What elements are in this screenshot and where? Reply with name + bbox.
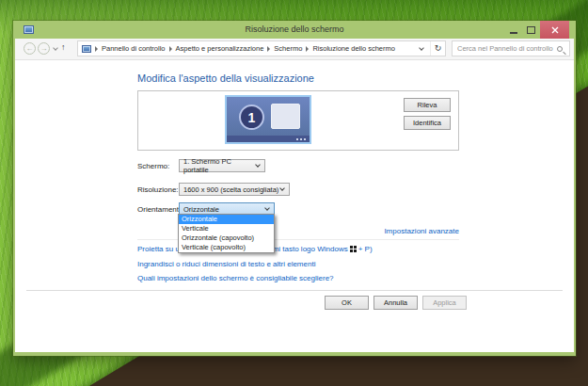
address-toolbar: ← → ↑ Pannello di controllo Aspetto e pe… (15, 39, 574, 60)
breadcrumb-separator-icon (95, 46, 98, 52)
screen-label: Schermo: (137, 162, 169, 170)
monitor-bottom-bar (227, 136, 310, 142)
refresh-button[interactable]: ↻ (430, 41, 445, 56)
minimize-button[interactable] (506, 21, 521, 39)
orientation-option-landscape[interactable]: Orizzontale (179, 215, 274, 224)
breadcrumb-separator-icon (267, 46, 270, 52)
breadcrumb-separator-icon (169, 46, 172, 52)
orientation-dropdown: Orizzontale Verticale Orizzontale (capov… (178, 214, 275, 253)
chevron-down-icon (255, 162, 261, 168)
close-button[interactable] (540, 21, 569, 39)
orientation-select-value: Orizzontale (183, 205, 219, 214)
orientation-option-landscape-flipped[interactable]: Orizzontale (capovolto) (179, 233, 274, 243)
forward-button[interactable]: → (38, 42, 50, 55)
chevron-down-icon (279, 185, 285, 191)
desktop-wallpaper: Risoluzione dello schermo ← → ↑ Pannello… (0, 0, 588, 386)
content-area: Modifica l'aspetto della visualizzazione… (15, 60, 574, 352)
monitor-preview[interactable]: 1 (225, 95, 311, 144)
breadcrumb[interactable]: Pannello di controllo Aspetto e personal… (77, 40, 446, 56)
breadcrumb-separator-icon (306, 46, 309, 52)
chevron-down-icon (264, 205, 270, 211)
search-box (452, 40, 570, 56)
back-button[interactable]: ← (24, 42, 36, 55)
refresh-icon: ↻ (435, 43, 442, 53)
project-link-shortcut: + P) (358, 245, 373, 253)
breadcrumb-item-display[interactable]: Schermo (274, 44, 302, 53)
breadcrumb-item-resolution[interactable]: Risoluzione dello schermo (312, 44, 395, 53)
up-button[interactable]: ↑ (61, 42, 66, 52)
monitor-dots-icon (304, 138, 306, 140)
recent-pages-icon[interactable] (53, 45, 58, 51)
screen-select[interactable]: 1. Schermo PC portatile (179, 159, 265, 172)
search-icon[interactable] (557, 46, 563, 52)
breadcrumb-item-appearance[interactable]: Aspetto e personalizzazione (176, 44, 264, 53)
identify-button[interactable]: Identifica (404, 116, 451, 130)
windows-logo-icon (350, 246, 357, 252)
resize-text-link[interactable]: Ingrandisci o riduci dimensioni di testo… (137, 260, 315, 268)
minimize-icon (510, 32, 517, 34)
ok-button[interactable]: OK (325, 296, 369, 310)
forward-icon: → (40, 44, 48, 53)
control-panel-icon (82, 45, 91, 53)
up-icon: ↑ (61, 42, 66, 52)
page-title: Modifica l'aspetto della visualizzazione (137, 72, 314, 84)
screen-resolution-window: Risoluzione dello schermo ← → ↑ Pannello… (13, 21, 576, 356)
resolution-label: Risoluzione: (137, 185, 179, 194)
which-settings-link[interactable]: Quali impostazioni dello schermo è consi… (137, 274, 334, 282)
maximize-button[interactable] (523, 21, 538, 39)
window-title: Risoluzione dello schermo (13, 21, 576, 39)
close-icon (551, 26, 559, 34)
detect-button[interactable]: Rileva (404, 98, 451, 112)
breadcrumb-item-control-panel[interactable]: Pannello di controllo (102, 44, 166, 53)
display-preview-panel: 1 Rileva Identifica (137, 90, 459, 151)
screen-select-value: 1. Schermo PC portatile (183, 157, 256, 174)
monitor-number-badge: 1 (239, 105, 264, 130)
resolution-select[interactable]: 1600 x 900 (scelta consigliata) (179, 183, 290, 196)
resolution-select-value: 1600 x 900 (scelta consigliata) (183, 185, 278, 194)
orientation-option-portrait-flipped[interactable]: Verticale (capovolto) (179, 243, 274, 252)
resolution-grid-icon (271, 104, 300, 129)
apply-button[interactable]: Applica (422, 296, 467, 310)
address-dropdown-icon[interactable] (419, 45, 424, 51)
footer-divider (26, 290, 563, 291)
back-icon: ← (26, 44, 34, 53)
titlebar[interactable]: Risoluzione dello schermo (13, 21, 576, 39)
maximize-icon (527, 26, 535, 34)
search-input[interactable] (453, 44, 557, 53)
cancel-button[interactable]: Annulla (373, 296, 418, 310)
orientation-option-portrait[interactable]: Verticale (179, 224, 274, 233)
